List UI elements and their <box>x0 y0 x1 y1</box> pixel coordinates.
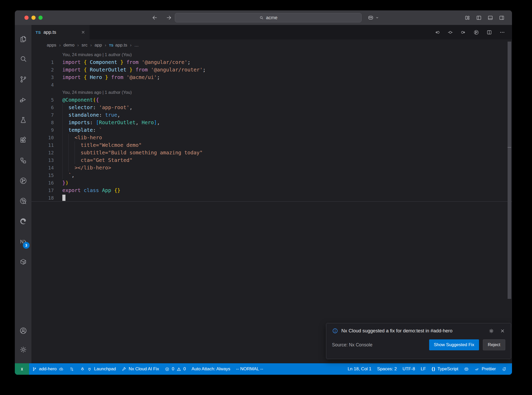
status-item-prettier[interactable]: Prettier <box>472 363 499 375</box>
gitlens-graph-icon[interactable] <box>473 29 479 35</box>
activity-item-gitlens[interactable] <box>15 170 31 191</box>
activity-item-edge-tools[interactable] <box>15 211 31 231</box>
activity-item-accounts[interactable] <box>15 321 31 340</box>
activity-item-extensions[interactable] <box>15 130 31 150</box>
activity-item-custom-view[interactable] <box>15 150 31 170</box>
notification-close-icon[interactable] <box>500 328 505 334</box>
codelens-blame[interactable]: You, 24 minutes ago | 1 author (You) <box>31 89 512 96</box>
status-item-remote-indicator[interactable] <box>15 363 29 375</box>
scrollbar-thumb[interactable] <box>508 42 511 299</box>
code-line-14[interactable]: 14 ></lib-hero> <box>31 164 512 172</box>
breadcrumb-item[interactable]: app <box>95 43 102 48</box>
status-item-nx-cloud-ai-fix[interactable]: Nx Cloud AI Fix <box>119 363 162 375</box>
activity-item-run-debug[interactable] <box>15 89 31 110</box>
timeline-icon[interactable] <box>447 29 453 35</box>
activity-item-nx-console[interactable]: 3 <box>15 231 31 252</box>
breadcrumb: apps›demo›src›app›TSapp.ts›… <box>31 40 512 51</box>
activity-item-containers[interactable] <box>15 252 31 272</box>
notification-source: Source: Nx Console <box>332 342 373 348</box>
git-branch-icon <box>32 367 37 372</box>
toggle-panel-icon[interactable] <box>487 15 493 21</box>
activity-item-settings[interactable] <box>15 340 31 359</box>
gitlens-search-icon <box>19 197 27 205</box>
code-line-3[interactable]: 3import { Hero } from '@acme/ui'; <box>31 74 512 81</box>
codelens-blame[interactable]: You, 24 minutes ago | 1 author (You) <box>31 51 512 58</box>
code-line-12[interactable]: 12 subtitle="Build something amazing tod… <box>31 149 512 156</box>
breadcrumb-item[interactable]: … <box>134 43 139 48</box>
status-item-vim-mode[interactable]: -- NORMAL -- <box>233 363 266 375</box>
status-item-eol[interactable]: LF <box>418 363 429 375</box>
status-item-launchpad[interactable]: Launchpad <box>77 363 119 375</box>
status-item-gitlens-compare[interactable] <box>66 363 77 375</box>
activity-item-gitlens-inspect[interactable] <box>15 191 31 211</box>
code-line-7[interactable]: 7 standalone: true, <box>31 111 512 119</box>
code-line-4[interactable]: 4 <box>31 81 512 89</box>
indent-guide <box>62 156 63 164</box>
reject-button[interactable]: Reject <box>483 339 505 350</box>
split-editor-icon[interactable] <box>486 29 492 35</box>
code-area[interactable]: You, 24 minutes ago | 1 author (You)1imp… <box>31 51 512 363</box>
activity-bar-top: 3 <box>15 29 31 272</box>
status-item-language-mode[interactable]: {}TypeScript <box>429 363 461 375</box>
code-line-17[interactable]: 17export class App {} <box>31 187 512 194</box>
customize-layout-icon[interactable] <box>464 15 470 21</box>
copilot-menu[interactable] <box>368 15 380 21</box>
indent-guide <box>68 156 69 164</box>
code-line-18[interactable]: 18 <box>31 194 512 202</box>
code-line-6[interactable]: 6 selector: 'app-root', <box>31 104 512 111</box>
code-line-13[interactable]: 13 cta="Get Started" <box>31 156 512 164</box>
layout-controls <box>464 15 505 21</box>
status-item-notifications[interactable] <box>499 363 509 375</box>
close-tab-icon[interactable] <box>81 30 85 35</box>
toggle-secondary-sidebar-icon[interactable] <box>499 15 505 21</box>
code-line-11[interactable]: 11 title="Welcmoe demo" <box>31 141 512 149</box>
line-number: 13 <box>31 157 54 163</box>
breadcrumb-item[interactable]: demo <box>63 43 75 48</box>
copilot-icon <box>464 367 469 372</box>
activity-item-testing[interactable] <box>15 110 31 130</box>
status-item-encoding[interactable]: UTF-8 <box>400 363 418 375</box>
nav-back-icon[interactable] <box>434 29 440 35</box>
status-item-auto-attach[interactable]: Auto Attach: Always <box>189 363 233 375</box>
indent-guide <box>68 149 69 156</box>
notification-settings-icon[interactable] <box>489 328 494 334</box>
zoom-window-button[interactable] <box>38 16 43 20</box>
code-line-5[interactable]: 5@Component({ <box>31 96 512 104</box>
command-center-search[interactable]: acme <box>175 13 362 22</box>
breadcrumb-item[interactable]: apps <box>47 43 56 48</box>
activity-item-source-control[interactable] <box>15 69 31 89</box>
breadcrumb-item[interactable]: src <box>82 43 88 48</box>
toggle-primary-sidebar-icon[interactable] <box>476 15 482 21</box>
status-item-copilot-status[interactable] <box>461 363 472 375</box>
code-line-2[interactable]: 2import { RouterOutlet } from '@angular/… <box>31 66 512 74</box>
code-line-16[interactable]: 16}) <box>31 179 512 187</box>
breadcrumb-separator: › <box>90 43 92 48</box>
minimize-window-button[interactable] <box>31 16 36 20</box>
status-item-indentation[interactable]: Spaces: 2 <box>374 363 400 375</box>
nav-back-icon[interactable] <box>152 15 158 21</box>
nav-forward-icon[interactable] <box>166 15 172 21</box>
activity-item-explorer[interactable] <box>15 29 31 49</box>
code-line-1[interactable]: 1import { Component } from '@angular/cor… <box>31 58 512 66</box>
tab-app-ts[interactable]: TS app.ts <box>31 25 90 40</box>
indent-guide <box>62 126 63 134</box>
breadcrumb-item[interactable]: TSapp.ts <box>109 43 127 48</box>
indent-guide <box>68 141 69 149</box>
status-item-cursor-position[interactable]: Ln 18, Col 1 <box>345 363 374 375</box>
code-line-9[interactable]: 9 template: ` <box>31 126 512 134</box>
notification-toast: Nx Cloud suggested a fix for demo:test i… <box>326 323 511 359</box>
show-suggested-fix-button[interactable]: Show Suggested Fix <box>429 339 479 350</box>
code-line-8[interactable]: 8 imports: [RouterOutlet, Hero], <box>31 119 512 126</box>
more-actions-icon[interactable] <box>499 29 505 35</box>
activity-item-search[interactable] <box>15 49 31 69</box>
status-label: 0 <box>172 366 174 372</box>
code-line-15[interactable]: 15 `, <box>31 172 512 179</box>
code-line-10[interactable]: 10 <lib-hero <box>31 134 512 141</box>
close-window-button[interactable] <box>24 16 29 20</box>
indent-guide <box>75 156 75 164</box>
nav-forward-icon[interactable] <box>460 29 466 35</box>
status-item-problems[interactable]: 00 <box>162 363 189 375</box>
rocket-icon <box>80 367 85 372</box>
status-item-git-branch[interactable]: add-hero <box>29 363 66 375</box>
tab-label: app.ts <box>43 30 56 35</box>
